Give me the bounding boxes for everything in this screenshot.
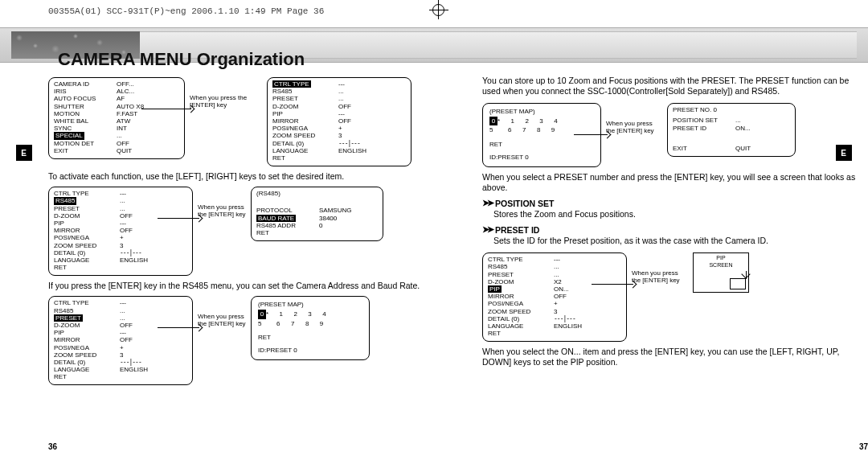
para-rs485: If you press the [ENTER] key in the RS48… — [48, 281, 434, 291]
after-map: When you select a PRESET number and pres… — [482, 172, 868, 193]
side-tab-left: E — [16, 145, 32, 161]
special-menu-rs485: CTRL TYPE--- RS485... PRESET... D-ZOOMOF… — [48, 187, 193, 276]
pip-screen-diagram: PIPSCREEN — [693, 252, 749, 293]
intro-text: You can store up to 10 Zoom and Focus po… — [482, 76, 868, 96]
arrow-note-4: When you press the [ENTER] key — [606, 103, 662, 135]
preset-id-heading: ➤➤ PRESET ID — [482, 224, 868, 236]
rs485-menu: (RS485) PROTOCOLSAMSUNG BAUD RATE38400 R… — [251, 187, 383, 241]
special-menu-1: CTRL TYPE--- RS485... PRESET... D-ZOOMOF… — [267, 77, 411, 166]
print-slug: 00355A(01) SCC-931T(P)~eng 2006.1.10 1:4… — [48, 6, 324, 16]
position-set-body: Stores the Zoom and Focus positions. — [493, 209, 868, 220]
title-banner: CAMERA MENU Organization — [0, 27, 868, 63]
page-37: You can store up to 10 Zoom and Focus po… — [482, 72, 868, 452]
preset-map-1: (PRESET MAP) 0* 1 2 3 4 5 6 7 8 9 RET ID… — [251, 296, 370, 360]
arrow-note-3: When you press the [ENTER] key — [198, 296, 246, 328]
arrow-note-1: When you press the [ENTER] key — [190, 77, 262, 109]
page-num-36: 36 — [48, 442, 57, 453]
preset-id-body: Sets the ID for the Preset position, as … — [493, 236, 868, 246]
special-menu-preset: CTRL TYPE--- RS485... PRESET... D-ZOOMOF… — [48, 296, 193, 385]
page-title: CAMERA MENU Organization — [58, 49, 305, 70]
pip-note: When you select the ON... item and press… — [482, 347, 868, 367]
arrow-note-2: When you press the [ENTER] key — [198, 187, 246, 219]
bullet-icon: ➤➤ — [482, 224, 492, 236]
page-36: CAMERA IDOFF... IRISALC... AUTO FOCUSAF … — [48, 72, 434, 452]
para-activate: To activate each function, use the [LEFT… — [48, 171, 434, 182]
preset-no-menu: PRESET NO. 0 POSITION SET... PRESET IDON… — [667, 103, 796, 157]
page-num-37: 37 — [859, 442, 868, 453]
bullet-icon: ➤➤ — [482, 198, 492, 209]
position-set-heading: ➤➤ POSITION SET — [482, 198, 868, 209]
special-menu-pip: CTRL TYPE--- RS485... PRESET... D-ZOOMX2… — [482, 252, 627, 342]
main-menu: CAMERA IDOFF... IRISALC... AUTO FOCUSAF … — [48, 77, 185, 159]
arrow-note-5: When you press the [ENTER] key — [632, 252, 688, 285]
